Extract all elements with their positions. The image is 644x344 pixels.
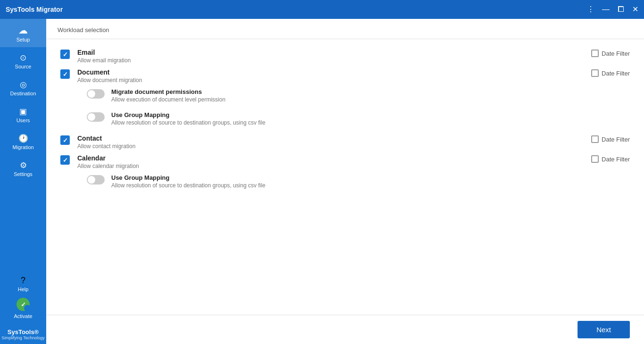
calendar-checkbox[interactable] (60, 155, 70, 165)
doc-permissions-name: Migrate document permissions (111, 88, 225, 95)
sidebar-label-migration: Migration (12, 144, 33, 150)
sidebar-item-migration[interactable]: 🕐 Migration (0, 128, 46, 155)
contact-checkbox[interactable] (60, 135, 70, 145)
calendar-row: Calendar Allow calendar migration Date F… (60, 154, 630, 169)
sidebar-label-settings: Settings (14, 171, 33, 177)
email-section: Email Allow email migration Date Filter (60, 49, 630, 64)
help-icon: ? (21, 276, 25, 285)
email-desc: Allow email migration (77, 57, 563, 64)
cal-group-mapping-name: Use Group Mapping (111, 174, 265, 181)
document-name: Document (77, 68, 563, 76)
doc-group-mapping-item: Use Group Mapping Allow resolution of so… (87, 111, 630, 126)
content-body: Email Allow email migration Date Filter (46, 39, 644, 315)
content-header: Workload selection (46, 19, 644, 39)
minimize-button[interactable]: — (602, 6, 610, 13)
sidebar-item-setup[interactable]: ☁ Setup (0, 19, 46, 47)
sidebar-item-destination[interactable]: ◎ Destination (0, 74, 46, 101)
brand-sub: Simplifying Technology (1, 336, 44, 340)
app-title: SysTools Migrator (6, 6, 587, 13)
doc-group-mapping-name: Use Group Mapping (111, 111, 265, 118)
document-desc: Allow document migration (77, 77, 563, 84)
window-controls: ⋮ — ⧠ ✕ (587, 6, 638, 13)
sidebar: ☁ Setup ⊙ Source ◎ Destination ▣ Users 🕐… (0, 19, 46, 344)
maximize-button[interactable]: ⧠ (617, 6, 625, 13)
calendar-date-filter-checkbox[interactable] (591, 155, 599, 163)
document-date-filter: Date Filter (591, 68, 630, 77)
email-left: Email Allow email migration (60, 49, 563, 64)
destination-icon: ◎ (20, 81, 27, 89)
email-date-filter-checkbox[interactable] (591, 50, 599, 57)
calendar-date-filter-label: Date Filter (602, 156, 630, 163)
doc-permissions-toggle[interactable] (87, 89, 105, 99)
brand-name: SysTools® (1, 328, 44, 336)
document-checkbox[interactable] (60, 69, 70, 79)
document-section: Document Allow document migration Date F… (60, 68, 630, 126)
sidebar-item-activate[interactable]: 👤 Activate (0, 296, 46, 324)
calendar-left: Calendar Allow calendar migration (60, 154, 563, 169)
calendar-name: Calendar (77, 154, 563, 162)
settings-icon: ⚙ (20, 161, 27, 169)
document-date-filter-checkbox[interactable] (591, 69, 599, 77)
calendar-desc: Allow calendar migration (77, 163, 563, 169)
titlebar: SysTools Migrator ⋮ — ⧠ ✕ (0, 0, 644, 19)
sidebar-label-help: Help (18, 286, 29, 292)
contact-desc: Allow contact migration (77, 143, 563, 150)
doc-permissions-desc: Allow execution of document level permis… (111, 96, 225, 103)
users-icon: ▣ (19, 108, 27, 116)
menu-button[interactable]: ⋮ (587, 6, 594, 13)
cal-group-mapping-toggle[interactable] (87, 175, 105, 185)
main-content: Workload selection Email Allow email mig… (46, 19, 644, 344)
sidebar-label-activate: Activate (14, 313, 32, 319)
doc-permissions-item: Migrate document permissions Allow execu… (87, 88, 630, 103)
email-date-filter-label: Date Filter (602, 50, 630, 57)
contact-left: Contact Allow contact migration (60, 134, 563, 150)
contact-name: Contact (77, 134, 563, 142)
systools-logo: SysTools® Simplifying Technology (1, 324, 44, 344)
document-info: Document Allow document migration (77, 68, 563, 84)
sidebar-item-users[interactable]: ▣ Users (0, 101, 46, 128)
cal-group-mapping-item: Use Group Mapping Allow resolution of so… (87, 174, 630, 189)
contact-date-filter-checkbox[interactable] (591, 135, 599, 143)
doc-group-mapping-toggle[interactable] (87, 112, 105, 122)
sidebar-item-help[interactable]: ? Help (0, 269, 46, 296)
email-row: Email Allow email migration Date Filter (60, 49, 630, 64)
cal-group-mapping-info: Use Group Mapping Allow resolution of so… (111, 174, 265, 189)
cal-group-mapping-desc: Allow resolution of source to destinatio… (111, 182, 265, 189)
contact-info: Contact Allow contact migration (77, 134, 563, 150)
setup-icon: ☁ (18, 25, 28, 35)
app-body: ☁ Setup ⊙ Source ◎ Destination ▣ Users 🕐… (0, 19, 644, 344)
doc-group-mapping-desc: Allow resolution of source to destinatio… (111, 119, 265, 126)
email-date-filter: Date Filter (591, 49, 630, 57)
next-button[interactable]: Next (578, 321, 630, 338)
sidebar-label-setup: Setup (17, 37, 30, 42)
sidebar-label-destination: Destination (10, 91, 36, 96)
activate-check-icon: 👤 (17, 298, 30, 311)
document-date-filter-label: Date Filter (602, 70, 630, 77)
doc-permissions-info: Migrate document permissions Allow execu… (111, 88, 225, 103)
sidebar-label-source: Source (15, 64, 32, 69)
content-footer: Next (46, 315, 644, 344)
calendar-date-filter: Date Filter (591, 154, 630, 163)
calendar-section: Calendar Allow calendar migration Date F… (60, 154, 630, 189)
sidebar-bottom: ? Help 👤 Activate SysTools® Simplifying … (0, 269, 46, 344)
migration-icon: 🕐 (18, 134, 28, 143)
email-name: Email (77, 49, 563, 56)
sidebar-label-users: Users (17, 117, 30, 123)
source-icon: ⊙ (20, 54, 26, 62)
contact-section: Contact Allow contact migration Date Fil… (60, 134, 630, 150)
email-checkbox[interactable] (60, 50, 70, 59)
doc-group-mapping-info: Use Group Mapping Allow resolution of so… (111, 111, 265, 126)
email-info: Email Allow email migration (77, 49, 563, 64)
document-row: Document Allow document migration Date F… (60, 68, 630, 84)
calendar-info: Calendar Allow calendar migration (77, 154, 563, 169)
contact-date-filter: Date Filter (591, 134, 630, 143)
close-button[interactable]: ✕ (632, 6, 638, 13)
contact-date-filter-label: Date Filter (602, 136, 630, 143)
document-left: Document Allow document migration (60, 68, 563, 84)
contact-row: Contact Allow contact migration Date Fil… (60, 134, 630, 150)
page-title: Workload selection (58, 26, 109, 34)
sidebar-item-source[interactable]: ⊙ Source (0, 47, 46, 74)
sidebar-item-settings[interactable]: ⚙ Settings (0, 155, 46, 182)
